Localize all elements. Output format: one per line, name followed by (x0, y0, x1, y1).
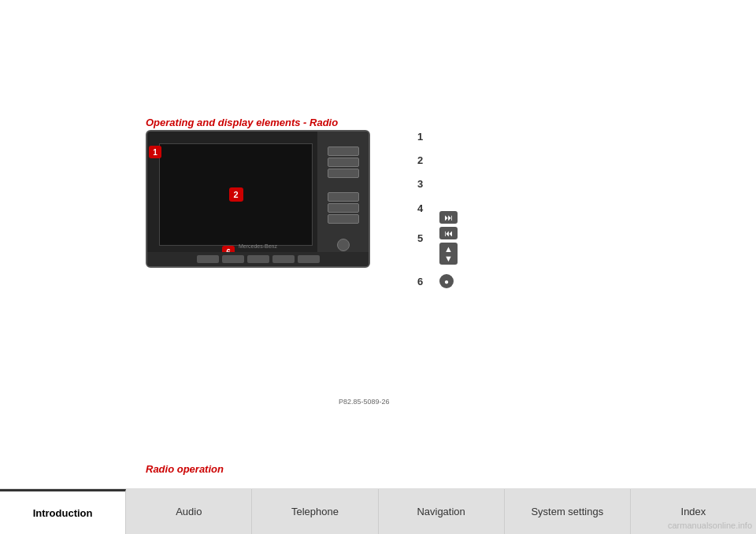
tab-audio-label: Audio (176, 506, 202, 517)
bottom-navigation: Introduction Audio Telephone Navigation … (0, 488, 756, 534)
num-5: 5 (417, 232, 433, 244)
desc-row-1: 1 (417, 130, 669, 144)
btn-4 (328, 192, 359, 202)
strip-btn-3 (247, 255, 269, 263)
num-1: 1 (417, 130, 433, 144)
tab-introduction[interactable]: Introduction (0, 489, 126, 534)
btn-5 (328, 203, 359, 213)
skip-back-icon: ⏮ (439, 227, 458, 239)
num-3: 3 (417, 177, 433, 191)
tab-navigation-label: Navigation (417, 506, 465, 517)
desc-row-6: 6 ● (417, 274, 454, 288)
strip-btn-1 (197, 255, 219, 263)
skip-forward-icon: ⏭ (439, 211, 458, 224)
badge-1: 1 (149, 146, 161, 158)
btn-3 (328, 169, 359, 178)
tab-telephone[interactable]: Telephone (252, 489, 378, 534)
tab-index-label: Index (681, 506, 706, 517)
watermark: carmanualsonline.info (668, 521, 752, 530)
desc-row-5: 5 ⏭ ⏮ ▲▼ (417, 211, 458, 265)
strip-btn-5 (298, 255, 320, 263)
badge-2: 2 (229, 187, 243, 202)
strip-btn-4 (272, 255, 295, 263)
device-image: 2 1 3 4 5 6 Mercedes-Benz (146, 130, 370, 268)
desc-row-2: 2 (417, 154, 669, 168)
tab-navigation[interactable]: Navigation (379, 489, 505, 534)
tab-introduction-label: Introduction (33, 507, 93, 519)
bottom-strip (147, 252, 369, 266)
round-btn (337, 239, 350, 251)
section-label: Radio operation (146, 463, 224, 475)
device-screen: 2 (159, 143, 313, 246)
tab-audio[interactable]: Audio (126, 489, 252, 534)
btn-6 (328, 214, 359, 224)
num-2: 2 (417, 154, 433, 168)
strip-btn-2 (222, 255, 244, 263)
desc-row-3: 3 (417, 177, 669, 191)
image-ref: P82.85-5089-26 (339, 398, 390, 406)
device-right-panel (317, 132, 369, 266)
section-title: Operating and display elements - Radio (146, 117, 338, 128)
top-buttons (328, 146, 359, 178)
tab-telephone-label: Telephone (291, 506, 339, 517)
desc-5-icons: ⏭ ⏮ ▲▼ (439, 211, 458, 265)
mid-buttons (328, 192, 359, 224)
up-down-icon: ▲▼ (439, 243, 458, 265)
tab-system-settings-label: System settings (531, 506, 603, 517)
btn-2 (328, 158, 359, 167)
device-logo: Mercedes-Benz (239, 243, 277, 249)
num-6: 6 (417, 276, 433, 287)
btn-1 (328, 146, 359, 156)
circle-icon: ● (439, 274, 454, 288)
page-content: Operating and display elements - Radio 2… (0, 0, 756, 534)
tab-system-settings[interactable]: System settings (505, 489, 631, 534)
